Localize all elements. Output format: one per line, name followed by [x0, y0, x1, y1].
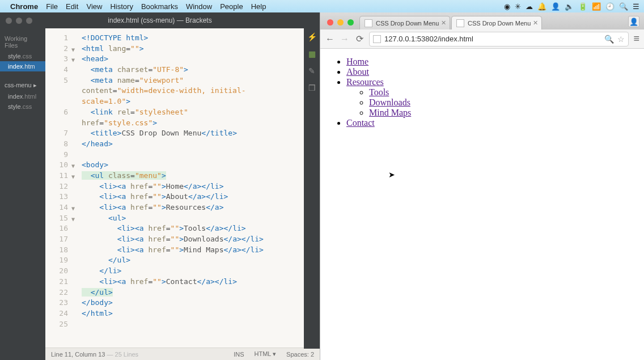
- working-files-header: Working Files: [0, 33, 45, 51]
- sidebar-item-indexhtml[interactable]: index.html: [0, 91, 45, 101]
- brackets-titlebar[interactable]: index.html (css-menu) — Brackets: [0, 12, 320, 28]
- menu-history[interactable]: History: [110, 2, 133, 11]
- link-contact[interactable]: Contact: [346, 118, 375, 128]
- cursor-icon: ➤: [388, 170, 395, 180]
- cube-icon[interactable]: ❒: [307, 83, 317, 93]
- search-icon[interactable]: 🔍: [619, 2, 628, 11]
- brackets-window: index.html (css-menu) — Brackets Working…: [0, 12, 320, 360]
- star-icon[interactable]: ☆: [617, 35, 625, 44]
- tab-title: CSS Drop Down Menu: [468, 20, 531, 27]
- min-dot[interactable]: [337, 19, 344, 26]
- user-icon[interactable]: 👤: [551, 2, 560, 11]
- brackets-sidebar: Working Files style.css index.htm css-me…: [0, 28, 45, 360]
- max-dot[interactable]: [348, 19, 354, 26]
- chrome-tabstrip: CSS Drop Down Menu ✕ CSS Drop Down Menu …: [320, 12, 644, 29]
- chrome-toolbar: ← → ⟳ 127.0.0.1:53802/index.html 🔍 ☆ ≡: [320, 29, 644, 49]
- page-icon: [373, 35, 381, 43]
- list-item: Contact: [346, 118, 638, 128]
- project-folder[interactable]: css-menu ▸: [0, 79, 45, 91]
- circled-dot-icon[interactable]: ◉: [504, 2, 510, 11]
- tab-2[interactable]: CSS Drop Down Menu ✕: [451, 16, 542, 29]
- clock-icon[interactable]: 🕘: [605, 2, 615, 11]
- menu-window[interactable]: Window: [186, 2, 212, 11]
- brackets-tool-column: ⚡ ▦ ✎ ❒: [304, 28, 320, 349]
- list-item: About: [346, 67, 638, 77]
- gutter: 12▼3▼45678910▼11▼121314▼15▼1617181920212…: [45, 28, 70, 348]
- close-dot[interactable]: [327, 19, 333, 26]
- mac-menubar: Chrome File Edit View History Bookmarks …: [0, 0, 644, 12]
- list-item: Resources Tools Downloads Mind Maps: [346, 77, 638, 118]
- menu-bookmarks[interactable]: Bookmarks: [141, 2, 178, 11]
- forward-button[interactable]: →: [340, 34, 350, 44]
- close-icon[interactable]: ✕: [441, 19, 446, 27]
- link-resources[interactable]: Resources: [346, 77, 384, 87]
- list-icon[interactable]: ☰: [633, 2, 639, 11]
- asterisk-icon[interactable]: ✳: [515, 2, 521, 11]
- code[interactable]: <!DOCTYPE html><html lang=""><head> <met…: [70, 28, 320, 348]
- sidebar-item-stylecss[interactable]: style.css: [0, 51, 45, 61]
- rendered-page: Home About Resources Tools Downloads Min…: [320, 49, 644, 360]
- address-bar[interactable]: 127.0.0.1:53802/index.html 🔍 ☆: [369, 32, 629, 46]
- brackets-title: index.html (css-menu) — Brackets: [0, 16, 320, 24]
- extensions-icon[interactable]: ▦: [307, 49, 317, 59]
- link-downloads[interactable]: Downloads: [369, 98, 410, 107]
- menu-people[interactable]: People: [220, 2, 243, 11]
- menu-list: Home About Resources Tools Downloads Min…: [326, 57, 638, 128]
- favicon-icon: [456, 19, 464, 27]
- code-editor[interactable]: 12▼3▼45678910▼11▼121314▼15▼1617181920212…: [45, 28, 320, 360]
- lang-indicator[interactable]: HTML ▾: [254, 350, 276, 358]
- code-icon[interactable]: ✎: [307, 66, 317, 76]
- battery-icon[interactable]: 🔋: [578, 2, 587, 11]
- link-tools[interactable]: Tools: [369, 87, 389, 97]
- submenu-list: Tools Downloads Mind Maps: [346, 87, 638, 118]
- list-item: Home: [346, 57, 638, 67]
- menu-app[interactable]: Chrome: [10, 2, 38, 11]
- back-button[interactable]: ←: [325, 34, 335, 44]
- sidebar-item-indexhtm[interactable]: index.htm: [0, 61, 45, 71]
- menu-file[interactable]: File: [46, 2, 58, 11]
- profile-icon[interactable]: 👤: [628, 16, 639, 27]
- tab-title: CSS Drop Down Menu: [376, 20, 439, 27]
- list-item: Tools: [369, 87, 638, 98]
- url-text: 127.0.0.1:53802/index.html: [384, 35, 473, 43]
- list-item: Mind Maps: [369, 108, 638, 118]
- brackets-statusbar: Line 11, Column 13 — 25 Lines INS HTML ▾…: [45, 348, 320, 360]
- menu-help[interactable]: Help: [251, 2, 266, 11]
- wifi-icon[interactable]: 📶: [592, 2, 601, 11]
- sidebar-item-stylecss2[interactable]: style.css: [0, 101, 45, 112]
- spaces-indicator[interactable]: Spaces: 2: [286, 351, 314, 358]
- favicon-icon: [365, 19, 372, 27]
- cloud-icon[interactable]: ☁: [526, 2, 533, 11]
- line-count: — 25 Lines: [107, 351, 138, 358]
- speaker-icon[interactable]: 🔈: [565, 2, 574, 11]
- menu-icon[interactable]: ≡: [633, 33, 639, 45]
- bell-icon[interactable]: 🔔: [537, 2, 546, 11]
- link-about[interactable]: About: [346, 67, 369, 77]
- menu-edit[interactable]: Edit: [66, 2, 78, 11]
- ins-indicator[interactable]: INS: [234, 351, 244, 358]
- cursor-pos: Line 11, Column 13: [51, 351, 105, 358]
- zoom-icon[interactable]: 🔍: [604, 35, 614, 44]
- close-icon[interactable]: ✕: [533, 19, 538, 27]
- bolt-icon[interactable]: ⚡: [307, 32, 317, 42]
- menu-view[interactable]: View: [86, 2, 102, 11]
- chrome-window: CSS Drop Down Menu ✕ CSS Drop Down Menu …: [320, 12, 644, 360]
- chrome-traffic-lights[interactable]: [327, 19, 354, 26]
- tab-1[interactable]: CSS Drop Down Menu ✕: [359, 16, 450, 29]
- list-item: Downloads: [369, 98, 638, 108]
- link-home[interactable]: Home: [346, 57, 368, 66]
- reload-button[interactable]: ⟳: [354, 33, 365, 44]
- link-mindmaps[interactable]: Mind Maps: [369, 108, 411, 117]
